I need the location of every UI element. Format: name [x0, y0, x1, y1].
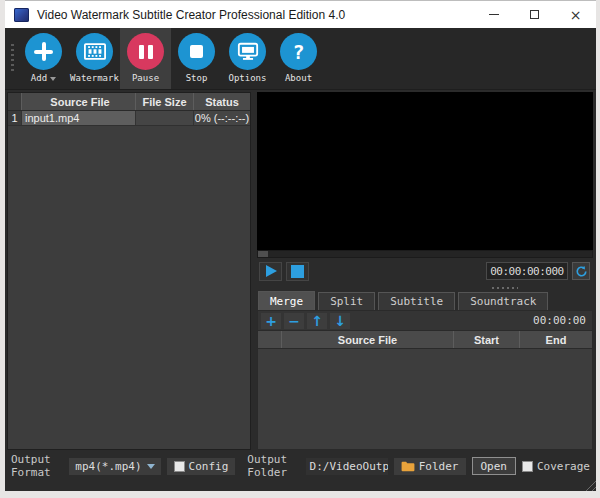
minimize-icon: [489, 14, 499, 15]
monitor-icon: [229, 33, 266, 70]
config-label: Config: [189, 460, 229, 473]
close-icon: ×: [570, 8, 582, 22]
output-folder-label: Output Folder: [247, 453, 299, 479]
options-button[interactable]: Options: [222, 28, 273, 89]
maximize-button[interactable]: [514, 1, 555, 28]
move-up-button[interactable]: ↑: [307, 313, 327, 329]
pause-button[interactable]: Pause: [120, 28, 171, 89]
tab-soundtrack[interactable]: Soundtrack: [458, 292, 548, 310]
window-title: Video Watermark Subtitle Creator Profess…: [37, 8, 345, 22]
title-bar: Video Watermark Subtitle Creator Profess…: [5, 0, 596, 28]
watermark-label: Watermark: [70, 73, 119, 83]
clip-end-header[interactable]: End: [520, 331, 592, 348]
coverage-label: Coverage: [537, 460, 590, 473]
about-button[interactable]: ? About: [273, 28, 324, 89]
app-icon: [14, 8, 29, 22]
add-label: Add: [31, 73, 56, 83]
clip-table-header: Source File Start End: [257, 331, 593, 349]
open-button[interactable]: Open: [472, 457, 517, 475]
stop-label: Stop: [186, 73, 208, 83]
preview-panel: 00:00:00:000 Merge Split Subtitle Soundt…: [257, 92, 593, 450]
output-format-select[interactable]: mp4(*.mp4): [69, 458, 160, 475]
refresh-icon: [575, 265, 588, 278]
folder-icon: [401, 461, 415, 472]
bottom-bar: Output Format mp4(*.mp4) Config Output F…: [5, 452, 596, 480]
coverage-checkbox[interactable]: [522, 461, 533, 472]
main-toolbar: Add Watermark Pause: [5, 28, 596, 90]
file-size-column-header[interactable]: File Size: [136, 93, 194, 110]
tab-subtitle[interactable]: Subtitle: [378, 292, 455, 310]
total-duration: 00:00:00: [533, 314, 589, 327]
chevron-down-icon: [147, 464, 155, 469]
play-icon: [266, 265, 277, 277]
app-window: Video Watermark Subtitle Creator Profess…: [0, 0, 600, 498]
refresh-button[interactable]: [572, 262, 590, 280]
window-controls: ×: [473, 1, 596, 28]
plus-icon: [25, 33, 62, 70]
row-number-header: [8, 93, 22, 110]
timecode-display: 00:00:00:000: [486, 262, 568, 280]
status-column-header[interactable]: Status: [194, 93, 250, 110]
config-checkbox[interactable]: [174, 461, 185, 472]
seek-thumb[interactable]: [258, 251, 268, 257]
clip-number-header: [258, 331, 282, 348]
config-toggle[interactable]: Config: [167, 458, 236, 475]
table-row[interactable]: 1 input1.mp4 0% (--:--:--): [8, 111, 250, 126]
output-format-value: mp4(*.mp4): [75, 460, 141, 473]
stop-button[interactable]: Stop: [171, 28, 222, 89]
remove-clip-button[interactable]: −: [284, 313, 304, 329]
move-down-button[interactable]: ↓: [330, 313, 350, 329]
question-icon: ?: [280, 33, 317, 70]
row-number-cell: 1: [8, 111, 22, 125]
source-file-cell[interactable]: input1.mp4: [22, 111, 136, 125]
pause-icon: [127, 33, 164, 70]
output-format-label: Output Format: [11, 453, 63, 479]
folder-button-label: Folder: [419, 460, 459, 473]
about-label: About: [285, 73, 312, 83]
output-folder-field[interactable]: D:/VideoOutput: [306, 458, 388, 475]
stop-playback-button[interactable]: [286, 262, 309, 281]
seek-bar[interactable]: [257, 250, 593, 258]
clip-start-header[interactable]: Start: [454, 331, 520, 348]
playback-controls: 00:00:00:000: [257, 258, 593, 284]
file-size-cell: [136, 111, 194, 125]
clip-tabs: Merge Split Subtitle Soundtrack: [257, 291, 593, 310]
filmstrip-icon: [76, 33, 113, 70]
tab-merge[interactable]: Merge: [258, 291, 315, 310]
add-button[interactable]: Add: [18, 28, 69, 89]
file-table-header: Source File File Size Status: [8, 93, 250, 111]
source-file-column-header[interactable]: Source File: [22, 93, 136, 110]
client-area: Add Watermark Pause: [5, 28, 596, 491]
status-cell: 0% (--:--:--): [194, 111, 250, 125]
clip-table-body: [257, 349, 593, 450]
maximize-icon: [530, 10, 539, 19]
stop-icon: [178, 33, 215, 70]
tab-split[interactable]: Split: [318, 292, 375, 310]
minimize-button[interactable]: [473, 1, 514, 28]
folder-button[interactable]: Folder: [394, 458, 466, 475]
main-area: Source File File Size Status 1 input1.mp…: [5, 91, 596, 452]
toolbar-grip[interactable]: [10, 44, 15, 73]
stop-small-icon: [291, 265, 304, 278]
panel-splitter[interactable]: [257, 284, 593, 291]
pause-label: Pause: [132, 73, 159, 83]
add-dropdown-icon[interactable]: [50, 77, 56, 81]
source-file-panel: Source File File Size Status 1 input1.mp…: [7, 92, 251, 450]
coverage-toggle[interactable]: Coverage: [522, 460, 590, 473]
video-preview: [257, 92, 593, 250]
clip-toolbar: + − ↑ ↓ 00:00:00: [257, 310, 593, 331]
options-label: Options: [229, 73, 267, 83]
clip-source-file-header[interactable]: Source File: [282, 331, 454, 348]
close-button[interactable]: ×: [555, 1, 596, 28]
add-clip-button[interactable]: +: [261, 313, 281, 329]
watermark-button[interactable]: Watermark: [69, 28, 120, 89]
play-button[interactable]: [259, 262, 282, 281]
